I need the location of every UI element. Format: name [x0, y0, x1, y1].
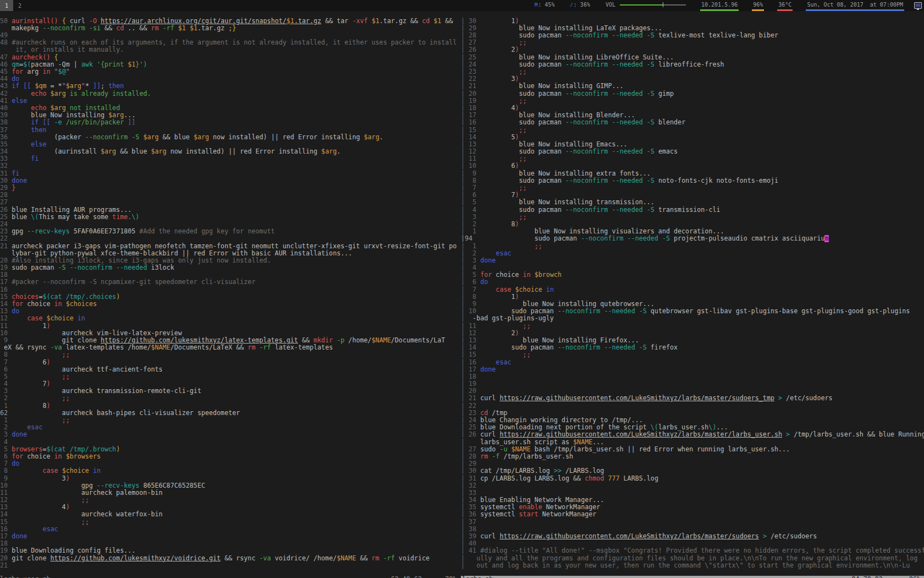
- disk-usage: /: 36%: [569, 0, 591, 11]
- status-segments: M: 45% /: 36% VOL 10.201.5.96 96% 36°C S…: [520, 0, 924, 11]
- workspace-button-2[interactable]: 2: [13, 0, 26, 11]
- memory-usage: M: 45%: [534, 0, 556, 11]
- ip-address: 10.201.5.96: [700, 0, 739, 11]
- statusline-percent: 96%: [909, 576, 924, 578]
- statusline-spacer: [493, 576, 851, 578]
- desktop: 1 2 M: 45% /: 36% VOL 10.201.5.96 96% 36…: [0, 0, 924, 578]
- volume-slider[interactable]: [620, 2, 686, 7]
- workspace-button-1[interactable]: 1: [0, 0, 13, 11]
- statusline-left: larbs_user.sh===========================…: [0, 576, 461, 578]
- statusline-position: 94,78-92: [852, 576, 883, 578]
- statusline-gap: [883, 576, 909, 578]
- top-bar: 1 2 M: 45% /: 36% VOL 10.201.5.96 96% 36…: [0, 0, 924, 11]
- memory-icon: M: [535, 2, 537, 8]
- cpu-temp: 36°C: [777, 0, 793, 11]
- volume-level-fill: [620, 4, 663, 6]
- battery-percent: 96%: [752, 0, 764, 11]
- vim-right-pane[interactable]: | 30 1)| 29 blue Now installing LaTeX pa…: [461, 18, 924, 569]
- vim-left-pane[interactable]: 50 aurinstall() { curl -O https://aur.ar…: [0, 18, 461, 569]
- datetime: Sun, Oct 08, 2017 at 07:00PM: [806, 0, 904, 11]
- statusline-filename: larbs.sh: [462, 576, 493, 578]
- volume-control[interactable]: VOL: [604, 0, 687, 11]
- statusline-right: larbs.sh 94,78-92 96%: [461, 576, 924, 578]
- statusline-row: larbs_user.sh===========================…: [0, 576, 924, 578]
- disk-value: : 36%: [574, 2, 590, 8]
- volume-label: VOL: [606, 2, 615, 8]
- disk-icon: /: [570, 2, 573, 8]
- tray-icon[interactable]: [914, 0, 922, 11]
- monitor-screen: [916, 4, 920, 7]
- vim-window: 50 aurinstall() { curl -O https://aur.ar…: [0, 11, 924, 576]
- volume-track-rest: [663, 4, 686, 6]
- memory-value: : 45%: [538, 2, 554, 8]
- monitor-icon: [914, 2, 922, 9]
